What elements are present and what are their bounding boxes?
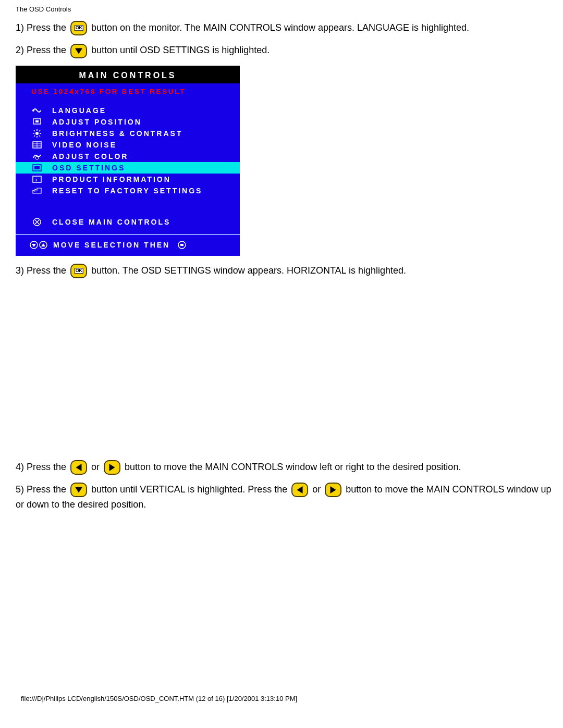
left-button-icon: [291, 483, 308, 497]
right-button-icon: [325, 483, 341, 497]
osd-item-label: LANGUAGE: [52, 106, 106, 115]
osd-item-label: ADJUST POSITION: [52, 118, 142, 126]
osd-item-label: OSD SETTINGS: [52, 164, 125, 172]
svg-text:i: i: [35, 177, 39, 182]
svg-marker-25: [32, 244, 36, 247]
step-2-text-b: button until OSD SETTINGS is highlighted…: [91, 45, 270, 55]
down-button-icon: [70, 483, 87, 497]
step-5-or: or: [312, 484, 323, 495]
left-button-icon: [70, 460, 87, 475]
color-icon: [31, 152, 43, 161]
svg-line-10: [34, 135, 35, 137]
osd-item-language: LANGUAGE: [16, 105, 240, 116]
factory-icon: [31, 186, 43, 195]
osd-item-reset-factory: RESET TO FACTORY SETTINGS: [16, 185, 240, 196]
svg-rect-2: [35, 120, 39, 122]
osd-item-label: BRIGHTNESS & CONTRAST: [52, 129, 182, 138]
right-button-icon: [104, 460, 120, 475]
position-icon: [31, 117, 43, 127]
svg-line-9: [39, 135, 40, 137]
page-header: The OSD Controls: [16, 5, 553, 13]
svg-line-11: [39, 130, 40, 131]
svg-line-8: [34, 130, 35, 131]
osd-item-video-noise: VIDEO NOISE: [16, 139, 240, 151]
down-button-icon: [70, 44, 87, 58]
step-3: 3) Press the OK button. The OSD SETTINGS…: [16, 263, 553, 278]
nav-down-icon: [29, 240, 39, 250]
osd-item-product-information: i PRODUCT INFORMATION: [16, 174, 240, 185]
osd-item-osd-settings: OSD SETTINGS: [16, 162, 240, 174]
svg-point-0: [32, 109, 34, 112]
osd-footer: MOVE SELECTION THEN: [16, 234, 240, 256]
nav-up-icon: [39, 240, 48, 250]
svg-rect-18: [34, 166, 40, 169]
step-2: 2) Press the button until OSD SETTINGS i…: [16, 43, 553, 58]
noise-icon: [31, 140, 43, 150]
info-icon: i: [31, 175, 43, 184]
osd-item-label: RESET TO FACTORY SETTINGS: [52, 187, 202, 195]
ok-button-icon: OK: [70, 21, 87, 35]
osd-item-label: VIDEO NOISE: [52, 141, 117, 149]
step-2-text-a: 2) Press the: [16, 45, 69, 55]
step-4: 4) Press the or button to move the MAIN …: [16, 460, 553, 475]
close-icon: [31, 217, 43, 227]
osd-item-label: PRODUCT INFORMATION: [52, 175, 171, 183]
step-3-text-a: 3) Press the: [16, 265, 69, 276]
step-4-or: or: [91, 462, 102, 472]
ok-button-icon: OK: [70, 264, 87, 278]
osd-close-row: CLOSE MAIN CONTROLS: [16, 206, 240, 234]
osd-footer-label: MOVE SELECTION THEN: [53, 241, 170, 249]
step-1-text-a: 1) Press the: [16, 22, 69, 33]
osd-item-label: ADJUST COLOR: [52, 152, 128, 161]
osd-item-adjust-color: ADJUST COLOR: [16, 151, 240, 162]
step-1-text-b: button on the monitor. The MAIN CONTROLS…: [91, 22, 469, 33]
step-5-text-a: 5) Press the: [16, 484, 69, 495]
osd-settings-icon: [31, 163, 43, 172]
step-4-text-a: 4) Press the: [16, 462, 69, 472]
osd-item-adjust-position: ADJUST POSITION: [16, 116, 240, 128]
step-3-text-b: button. The OSD SETTINGS window appears.…: [91, 265, 406, 276]
nav-ok-icon: [177, 240, 187, 250]
osd-menu: LANGUAGE ADJUST POSITION BRIGHTNESS & CO…: [16, 105, 240, 206]
svg-rect-29: [180, 244, 183, 246]
osd-close-label: CLOSE MAIN CONTROLS: [52, 218, 170, 226]
language-icon: [31, 106, 43, 115]
step-4-text-b: button to move the MAIN CONTROLS window …: [125, 462, 461, 472]
osd-resolution-hint: USE 1024x768 FOR BEST RESULT: [16, 87, 240, 105]
osd-title: MAIN CONTROLS: [16, 69, 240, 83]
svg-point-16: [35, 156, 39, 159]
page-footer: file:///D|/Philips LCD/english/150S/OSD/…: [16, 695, 553, 702]
step-1: 1) Press the OK button on the monitor. T…: [16, 20, 553, 35]
osd-screenshot: MAIN CONTROLS USE 1024x768 FOR BEST RESU…: [16, 66, 240, 256]
svg-marker-27: [41, 243, 45, 246]
svg-point-3: [35, 132, 39, 135]
step-5: 5) Press the button until VERTICAL is hi…: [16, 482, 553, 512]
osd-item-brightness-contrast: BRIGHTNESS & CONTRAST: [16, 128, 240, 139]
step-5-text-b: button until VERTICAL is highlighted. Pr…: [91, 484, 290, 495]
brightness-icon: [31, 129, 43, 138]
